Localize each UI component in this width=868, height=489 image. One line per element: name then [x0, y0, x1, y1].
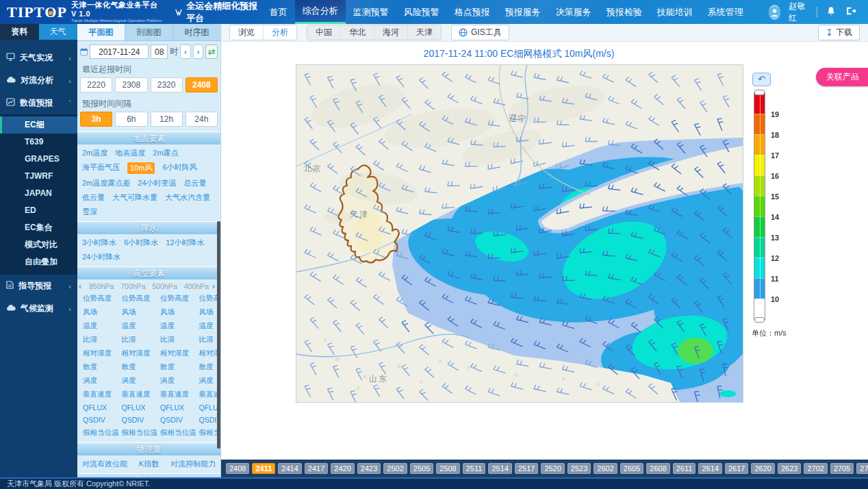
sidebar-item-自由叠加[interactable]: 自由叠加: [0, 253, 77, 271]
element-3小时降水[interactable]: 3小时降水: [82, 238, 116, 248]
param-500hPa-散度[interactable]: 散度: [157, 362, 196, 372]
element-大气水汽含量[interactable]: 大气水汽含量: [165, 192, 210, 203]
param-850hPa-QFLUX[interactable]: QFLUX: [80, 403, 119, 412]
time-step-2517[interactable]: 2517: [515, 463, 538, 474]
element-24小时降水[interactable]: 24小时降水: [82, 252, 120, 262]
param-850hPa-散度[interactable]: 散度: [80, 362, 119, 372]
param-700hPa-假相当位温[interactable]: 假相当位温: [119, 428, 158, 438]
nav-item-7[interactable]: 预报检验: [599, 0, 650, 24]
param-850hPa-QSDIV[interactable]: QSDIV: [80, 416, 119, 424]
sidebar-group-2[interactable]: 数值预报ˇ: [0, 92, 77, 114]
param-850hPa-垂直速度[interactable]: 垂直速度: [80, 390, 119, 399]
element-6小时阵风[interactable]: 6小时阵风: [162, 162, 196, 174]
nav-item-3[interactable]: 风险预警: [396, 0, 447, 24]
interval-6h[interactable]: 6h: [115, 112, 147, 127]
sidebar-tab-0[interactable]: 资料: [0, 24, 39, 40]
param-500hPa-风场[interactable]: 风场: [157, 308, 196, 317]
param-700hPa-QSDIV[interactable]: QSDIV: [119, 416, 158, 424]
region-华北[interactable]: 华北: [341, 25, 374, 40]
time-step-2417[interactable]: 2417: [305, 463, 328, 474]
sidebar-item-JAPAN[interactable]: JAPAN: [0, 185, 77, 202]
time-step-2414[interactable]: 2414: [278, 463, 301, 474]
panel-tab-1[interactable]: 剖面图: [125, 24, 173, 40]
time-step-2623[interactable]: 2623: [778, 463, 801, 474]
init-time-2308[interactable]: 2308: [115, 77, 147, 92]
view-tab-0[interactable]: 浏览: [230, 25, 264, 40]
time-step-2423[interactable]: 2423: [357, 463, 381, 474]
param-500hPa-比湿[interactable]: 比湿: [157, 335, 196, 344]
element-2m露点[interactable]: 2m露点: [153, 148, 178, 158]
param-850hPa-涡度[interactable]: 涡度: [80, 376, 119, 386]
param-850hPa-温度[interactable]: 温度: [80, 321, 119, 331]
time-step-2411[interactable]: 2411: [252, 463, 275, 474]
level-400hPa[interactable]: 400hPa: [181, 282, 212, 290]
nav-item-8[interactable]: 技能培训: [650, 0, 700, 24]
param-700hPa-风场[interactable]: 风场: [119, 308, 158, 317]
sidebar-item-模式对比[interactable]: 模式对比: [0, 236, 77, 253]
sidebar-group-3[interactable]: 指导预报‹: [0, 275, 77, 297]
sidebar-group-0[interactable]: 天气实况‹: [0, 47, 77, 69]
date-input[interactable]: [90, 45, 149, 59]
nav-item-5[interactable]: 预报服务: [498, 0, 548, 24]
region-中国[interactable]: 中国: [307, 25, 341, 40]
element-6小时降水[interactable]: 6小时降水: [124, 238, 158, 248]
time-step-2408[interactable]: 2408: [226, 463, 249, 474]
element-雪深[interactable]: 雪深: [82, 207, 97, 217]
time-step-2705[interactable]: 2705: [830, 463, 854, 474]
loop-refresh-icon[interactable]: ⇄: [205, 45, 218, 59]
param-850hPa-位势高度[interactable]: 位势高度: [80, 294, 119, 303]
time-step-2608[interactable]: 2608: [646, 463, 669, 474]
init-time-2220[interactable]: 2220: [80, 77, 112, 92]
param-500hPa-QSDIV[interactable]: QSDIV: [157, 416, 196, 424]
nav-item-2[interactable]: 监测预警: [346, 0, 396, 24]
time-step-2502[interactable]: 2502: [383, 463, 407, 474]
panel-scrollbar[interactable]: [217, 221, 220, 449]
notifications-bell-icon[interactable]: [825, 6, 837, 18]
sidebar-tab-1[interactable]: 天气: [39, 24, 78, 40]
interval-24h[interactable]: 24h: [186, 112, 218, 127]
element-总云量[interactable]: 总云量: [184, 178, 207, 188]
param-700hPa-散度[interactable]: 散度: [119, 362, 158, 372]
time-step-2420[interactable]: 2420: [331, 463, 354, 474]
element-K指数[interactable]: K指数: [139, 459, 159, 469]
gis-tools-button[interactable]: GIS工具: [451, 25, 509, 40]
region-海河[interactable]: 海河: [374, 25, 408, 40]
param-700hPa-比湿[interactable]: 比湿: [119, 335, 158, 344]
time-step-2523[interactable]: 2523: [567, 463, 591, 474]
param-500hPa-假相当位温[interactable]: 假相当位温: [157, 428, 196, 438]
param-500hPa-相对湿度[interactable]: 相对湿度: [157, 349, 196, 358]
param-700hPa-垂直速度[interactable]: 垂直速度: [119, 390, 158, 399]
wind-map[interactable]: 辽宁北京天津山东: [296, 64, 743, 403]
nav-item-1[interactable]: 综合分析: [295, 0, 346, 24]
element-2m温度[interactable]: 2m温度: [82, 148, 107, 158]
element-对流有效位能[interactable]: 对流有效位能: [82, 459, 127, 469]
next-time-button[interactable]: ›: [193, 45, 204, 59]
param-850hPa-风场[interactable]: 风场: [80, 308, 119, 317]
element-10m风[interactable]: 10m风: [127, 162, 155, 174]
param-700hPa-QFLUX[interactable]: QFLUX: [119, 403, 158, 412]
scale-handle-bottom[interactable]: [754, 317, 765, 323]
param-850hPa-相对湿度[interactable]: 相对湿度: [80, 349, 119, 358]
time-step-2617[interactable]: 2617: [725, 463, 748, 474]
element-低云量[interactable]: 低云量: [82, 192, 105, 203]
sidebar-item-TJWRF[interactable]: TJWRF: [0, 168, 77, 185]
level-500hPa[interactable]: 500hPa: [149, 282, 181, 290]
param-850hPa-假相当位温[interactable]: 假相当位温: [80, 428, 119, 438]
interval-3h[interactable]: 3h: [80, 112, 112, 127]
level-700hPa[interactable]: 700hPa: [117, 282, 149, 290]
level-850hPa[interactable]: 850hPa: [86, 282, 117, 290]
time-step-2602[interactable]: 2602: [593, 463, 617, 474]
user-name[interactable]: 赵敬红: [789, 1, 808, 24]
element-2m温度露点差[interactable]: 2m温度露点差: [82, 178, 130, 188]
nav-item-0[interactable]: 首页: [262, 0, 295, 24]
time-step-2702[interactable]: 2702: [804, 463, 827, 474]
sidebar-item-T639[interactable]: T639: [0, 134, 77, 151]
time-step-2511[interactable]: 2511: [463, 463, 486, 474]
element-24小时变温[interactable]: 24小时变温: [138, 178, 176, 188]
init-time-2320[interactable]: 2320: [151, 77, 183, 92]
sidebar-group-1[interactable]: 对流分析‹: [0, 69, 77, 92]
undo-icon[interactable]: ↶: [752, 73, 771, 86]
param-850hPa-比湿[interactable]: 比湿: [80, 335, 119, 344]
param-500hPa-垂直速度[interactable]: 垂直速度: [157, 390, 196, 399]
related-products-button[interactable]: 关联产品: [816, 68, 868, 86]
